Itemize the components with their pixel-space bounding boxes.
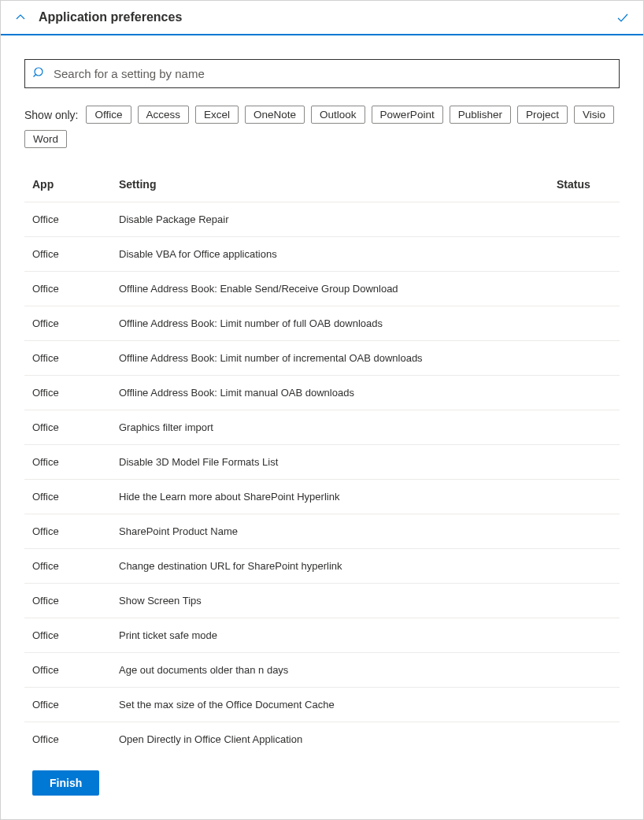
table-row[interactable]: OfficeDisable VBA for Office application… [24, 237, 620, 272]
filter-access[interactable]: Access [138, 106, 190, 124]
filter-publisher[interactable]: Publisher [450, 106, 511, 124]
table-row[interactable]: OfficeHide the Learn more about SharePoi… [24, 480, 620, 514]
cell-app: Office [24, 376, 111, 410]
cell-status [549, 514, 620, 549]
table-row[interactable]: OfficeOffline Address Book: Limit number… [24, 306, 620, 341]
filter-onenote[interactable]: OneNote [245, 106, 305, 124]
filter-word[interactable]: Word [24, 130, 67, 148]
panel-title: Application preferences [39, 10, 182, 24]
cell-status [549, 688, 620, 722]
cell-status [549, 341, 620, 376]
col-header-status[interactable]: Status [549, 167, 620, 202]
cell-app: Office [24, 237, 111, 272]
panel-header: Application preferences [1, 1, 643, 35]
cell-status [549, 618, 620, 653]
cell-status [549, 445, 620, 480]
filter-label: Show only: [24, 109, 78, 121]
cell-status [549, 202, 620, 237]
cell-status [549, 410, 620, 445]
table-row[interactable]: OfficeDisable 3D Model File Formats List [24, 445, 620, 480]
table-row[interactable]: OfficeDisable Package Repair [24, 202, 620, 237]
search-icon [33, 66, 46, 81]
filter-outlook[interactable]: Outlook [311, 106, 365, 124]
cell-app: Office [24, 410, 111, 445]
filter-row: Show only: Office Access Excel OneNote O… [24, 106, 620, 148]
table-row[interactable]: OfficeChange destination URL for SharePo… [24, 549, 620, 584]
table-row[interactable]: OfficeAge out documents older than n day… [24, 653, 620, 688]
svg-line-2 [34, 75, 36, 77]
filter-excel[interactable]: Excel [195, 106, 239, 124]
cell-status [549, 722, 620, 755]
cell-setting: Disable Package Repair [111, 202, 549, 237]
cell-status [549, 480, 620, 514]
cell-setting: Change destination URL for SharePoint hy… [111, 549, 549, 584]
cell-setting: Offline Address Book: Enable Send/Receiv… [111, 272, 549, 306]
svg-line-1 [35, 69, 42, 75]
table-row[interactable]: OfficeSharePoint Product Name [24, 514, 620, 549]
cell-setting: Offline Address Book: Limit number of in… [111, 341, 549, 376]
cell-status [549, 549, 620, 584]
cell-status [549, 376, 620, 410]
table-row[interactable]: OfficeGraphics filter import [24, 410, 620, 445]
cell-app: Office [24, 514, 111, 549]
table-row[interactable]: OfficeOpen Directly in Office Client App… [24, 722, 620, 755]
col-header-app[interactable]: App [24, 167, 111, 202]
table-header-row: App Setting Status [24, 167, 620, 202]
panel-content: Show only: Office Access Excel OneNote O… [1, 35, 643, 819]
cell-setting: Disable VBA for Office applications [111, 237, 549, 272]
header-left: Application preferences [15, 10, 182, 24]
cell-setting: Print ticket safe mode [111, 618, 549, 653]
cell-setting: Offline Address Book: Limit manual OAB d… [111, 376, 549, 410]
filter-visio[interactable]: Visio [574, 106, 614, 124]
cell-app: Office [24, 445, 111, 480]
panel-footer: Finish [24, 770, 620, 819]
finish-button[interactable]: Finish [32, 770, 99, 796]
search-input[interactable] [54, 67, 611, 80]
table-row[interactable]: OfficeOffline Address Book: Limit number… [24, 341, 620, 376]
cell-setting: Set the max size of the Office Document … [111, 688, 549, 722]
col-header-setting[interactable]: Setting [111, 167, 549, 202]
cell-setting: SharePoint Product Name [111, 514, 549, 549]
cell-setting: Open Directly in Office Client Applicati… [111, 722, 549, 755]
cell-status [549, 272, 620, 306]
cell-app: Office [24, 480, 111, 514]
cell-app: Office [24, 653, 111, 688]
cell-setting: Disable 3D Model File Formats List [111, 445, 549, 480]
filter-powerpoint[interactable]: PowerPoint [372, 106, 443, 124]
settings-table-scroll[interactable]: App Setting Status OfficeDisable Package… [24, 167, 620, 755]
cell-app: Office [24, 618, 111, 653]
cell-app: Office [24, 722, 111, 755]
cell-setting: Show Screen Tips [111, 584, 549, 618]
cell-setting: Offline Address Book: Limit number of fu… [111, 306, 549, 341]
filter-office[interactable]: Office [86, 106, 131, 124]
cell-app: Office [24, 272, 111, 306]
chevron-up-icon[interactable] [15, 12, 26, 23]
cell-setting: Graphics filter import [111, 410, 549, 445]
filter-project[interactable]: Project [517, 106, 568, 124]
cell-status [549, 306, 620, 341]
cell-app: Office [24, 549, 111, 584]
cell-app: Office [24, 688, 111, 722]
cell-app: Office [24, 306, 111, 341]
table-row[interactable]: OfficeSet the max size of the Office Doc… [24, 688, 620, 722]
table-row[interactable]: OfficeOffline Address Book: Enable Send/… [24, 272, 620, 306]
cell-setting: Hide the Learn more about SharePoint Hyp… [111, 480, 549, 514]
cell-setting: Age out documents older than n days [111, 653, 549, 688]
cell-status [549, 584, 620, 618]
cell-status [549, 653, 620, 688]
cell-app: Office [24, 341, 111, 376]
table-row[interactable]: OfficeShow Screen Tips [24, 584, 620, 618]
settings-table: App Setting Status OfficeDisable Package… [24, 167, 620, 755]
check-icon[interactable] [616, 11, 629, 24]
search-box[interactable] [24, 59, 620, 88]
cell-app: Office [24, 202, 111, 237]
table-row[interactable]: OfficePrint ticket safe mode [24, 618, 620, 653]
table-row[interactable]: OfficeOffline Address Book: Limit manual… [24, 376, 620, 410]
cell-status [549, 237, 620, 272]
preferences-panel: Application preferences Show only: Offic… [0, 0, 644, 820]
cell-app: Office [24, 584, 111, 618]
